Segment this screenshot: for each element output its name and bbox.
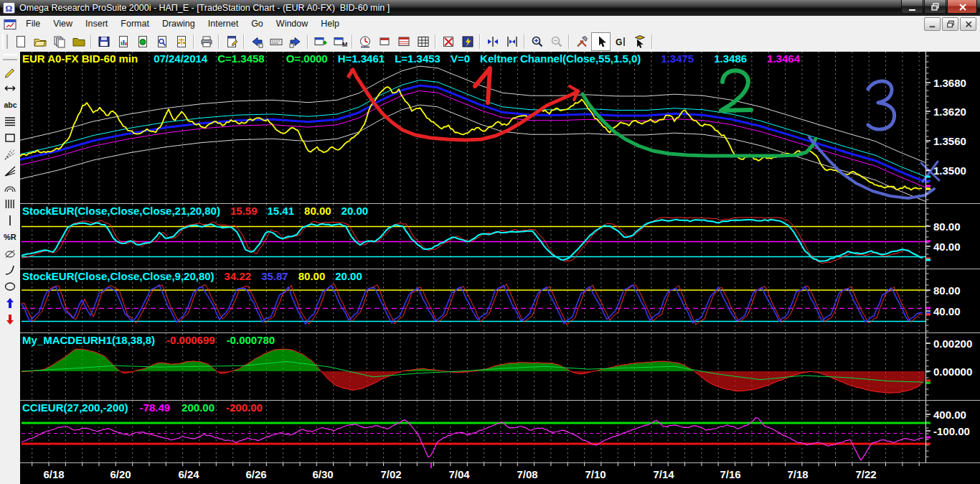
- window-m-button[interactable]: M: [330, 32, 349, 51]
- close-folder-button[interactable]: [69, 32, 88, 51]
- search-page-icon: [155, 34, 169, 49]
- tools-icon: [575, 34, 589, 49]
- text-tool-tool-button[interactable]: abc: [1, 96, 19, 113]
- open-folder-button[interactable]: [30, 32, 50, 51]
- back-arrow-button[interactable]: [247, 32, 266, 51]
- new-window-button[interactable]: [311, 32, 330, 51]
- window-daily-button[interactable]: [374, 32, 394, 51]
- interval-clock-icon: [358, 34, 372, 49]
- g-cursor-button[interactable]: G: [611, 32, 630, 51]
- toolbar-separator: [479, 34, 481, 49]
- menu-view[interactable]: View: [47, 17, 79, 31]
- x-axis-label: 6/18: [43, 468, 64, 480]
- panel-stochastic-21[interactable]: 80.0040.00: [20, 204, 980, 269]
- child-close-button[interactable]: [960, 17, 976, 31]
- window-rows-button[interactable]: [394, 32, 413, 51]
- cycle-ellipse-tool-button[interactable]: [1, 245, 19, 261]
- extend-horizontal-tool-button[interactable]: [1, 80, 19, 96]
- curve-tool-tool-button[interactable]: [1, 261, 19, 278]
- save-desktop-button[interactable]: [94, 32, 113, 51]
- zoom-in-button[interactable]: [527, 32, 547, 51]
- child-restore-button[interactable]: [942, 17, 958, 31]
- zoom-out-icon: [550, 34, 564, 49]
- omega-logo-icon: Ω: [3, 2, 15, 14]
- toolbar-grip[interactable]: [2, 34, 8, 49]
- panel-cci[interactable]: 400.00-100.00: [20, 401, 980, 463]
- parallel-lines-tool-button[interactable]: [1, 113, 19, 129]
- axis-current-value-marker: [926, 307, 930, 310]
- svg-text:M: M: [342, 41, 347, 48]
- axis-current-value-marker: [926, 241, 930, 243]
- chart-window-icon: [4, 18, 17, 30]
- remove-chart-button[interactable]: [438, 32, 458, 51]
- pointer-button[interactable]: [591, 32, 611, 51]
- forward-arrow-button[interactable]: [286, 32, 305, 51]
- restore-button[interactable]: [924, 0, 946, 14]
- window-grid-button[interactable]: [413, 32, 433, 51]
- print-button[interactable]: [197, 32, 216, 51]
- menu-format[interactable]: Format: [114, 17, 156, 31]
- curve-tool-icon: [3, 263, 17, 277]
- arrow-up-tool-button[interactable]: [1, 294, 19, 311]
- x-axis-label: 6/26: [245, 468, 266, 480]
- axis-current-value-marker: [926, 382, 930, 384]
- scales-page-button[interactable]: [171, 32, 191, 51]
- application-window: Ω Omega Research ProSuite 2000i - НАП_Е …: [0, 0, 980, 484]
- y-axis-label: 1.3500: [933, 164, 966, 177]
- percent-r-tool-button[interactable]: %R: [1, 228, 19, 245]
- menu-bar: FileViewInsertFormatDrawingInternetGoWin…: [0, 16, 980, 32]
- arrow-down-tool-button[interactable]: [1, 311, 19, 327]
- macd-histogram-negative: [22, 371, 924, 393]
- new-page-button[interactable]: [11, 32, 30, 51]
- pencil-icon: [3, 65, 17, 79]
- axis-current-value-marker: [926, 176, 930, 178]
- minimize-button[interactable]: [901, 0, 923, 14]
- expert-pointer-button[interactable]: [630, 32, 649, 51]
- speed-lines-tool-button[interactable]: [1, 162, 19, 179]
- lightning-button[interactable]: [458, 32, 477, 51]
- toolbar-separator: [307, 34, 308, 49]
- chart-area[interactable]: 1.36801.36201.35601.3500EUR A0-FX BID-60…: [20, 52, 980, 484]
- x-axis-label: 7/08: [517, 468, 537, 480]
- arrow-down-icon: [3, 312, 17, 327]
- panel-stochastic-9[interactable]: 80.0040.00: [20, 269, 980, 333]
- workspace-stack-button[interactable]: [50, 32, 69, 51]
- chart-page-icon: [116, 34, 131, 49]
- chart-page-button[interactable]: [113, 32, 133, 51]
- menu-go[interactable]: Go: [245, 17, 270, 31]
- menu-help[interactable]: Help: [314, 17, 346, 31]
- close-button[interactable]: [947, 0, 977, 14]
- gann-fan-tool-button[interactable]: [1, 146, 19, 162]
- menu-insert[interactable]: Insert: [79, 17, 114, 31]
- fib-arcs-tool-button[interactable]: [1, 179, 19, 195]
- menu-drawing[interactable]: Drawing: [156, 17, 202, 31]
- axis-current-value-marker: [926, 314, 930, 316]
- pencil-tool-button[interactable]: [1, 63, 19, 80]
- properties-button[interactable]: [222, 32, 241, 51]
- axis-current-value-marker: [926, 259, 930, 261]
- window-grid-icon: [416, 34, 430, 49]
- keltner-outer-lower: [20, 105, 925, 201]
- menu-file[interactable]: File: [19, 17, 47, 31]
- ellipse-tool-tool-button[interactable]: [1, 278, 19, 294]
- search-page-button[interactable]: [152, 32, 171, 51]
- keyboard-button[interactable]: [266, 32, 286, 51]
- rectangle-tool-tool-button[interactable]: [1, 129, 19, 146]
- globe-page-button[interactable]: [133, 32, 152, 51]
- child-minimize-button[interactable]: [924, 17, 941, 31]
- panel-macd[interactable]: 0.002000.00000: [20, 333, 980, 401]
- time-lines-tool-button[interactable]: [1, 195, 19, 212]
- expand-bars-button[interactable]: [502, 32, 522, 51]
- menu-window[interactable]: Window: [270, 17, 314, 31]
- save-desktop-icon: [97, 34, 111, 49]
- toolbar-grip[interactable]: [3, 54, 17, 60]
- window-m-icon: M: [333, 34, 347, 49]
- zoom-out-button[interactable]: [547, 32, 566, 51]
- vertical-line-tool-button[interactable]: [1, 212, 19, 228]
- compress-bars-button[interactable]: [483, 32, 502, 51]
- interval-clock-button[interactable]: [355, 32, 374, 51]
- toolbar-separator: [524, 34, 525, 49]
- tools-button[interactable]: [572, 32, 591, 51]
- menu-internet[interactable]: Internet: [202, 17, 245, 31]
- panel-price[interactable]: 1.36801.36201.35601.3500: [20, 52, 980, 204]
